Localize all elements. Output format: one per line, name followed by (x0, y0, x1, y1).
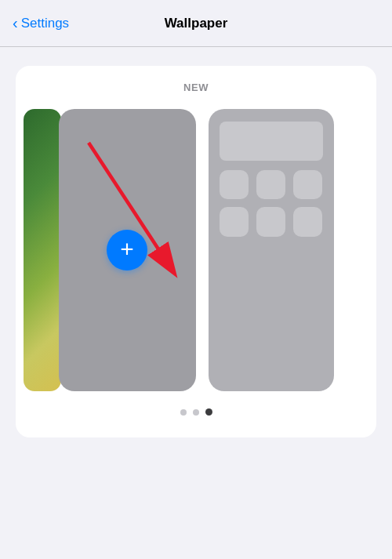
page-title: Wallpaper (165, 16, 228, 31)
back-label: Settings (21, 16, 69, 31)
dot-1 (180, 409, 187, 416)
home-icon-5 (256, 207, 285, 236)
new-lock-screen-placeholder[interactable]: + (59, 109, 196, 391)
pagination-dots (180, 408, 212, 416)
home-icon-3 (293, 170, 322, 199)
new-home-screen-placeholder[interactable] (209, 109, 334, 391)
home-top-widget (220, 122, 323, 161)
home-icon-1 (220, 170, 249, 199)
dot-3-active (205, 408, 212, 416)
previews-row: + (31, 109, 361, 391)
back-button[interactable]: ‹ Settings (13, 16, 69, 31)
home-icons-grid (220, 170, 323, 237)
section-label: NEW (183, 82, 209, 93)
home-icon-2 (256, 170, 285, 199)
navigation-bar: ‹ Settings Wallpaper (0, 0, 392, 47)
dot-2 (193, 409, 199, 416)
wallpaper-card: NEW + (16, 66, 376, 437)
chevron-left-icon: ‹ (13, 15, 18, 31)
home-icon-4 (220, 207, 249, 236)
home-icon-6 (293, 207, 322, 236)
plus-icon: + (120, 238, 134, 261)
main-content: NEW + (0, 47, 392, 437)
add-wallpaper-button[interactable]: + (107, 230, 147, 270)
